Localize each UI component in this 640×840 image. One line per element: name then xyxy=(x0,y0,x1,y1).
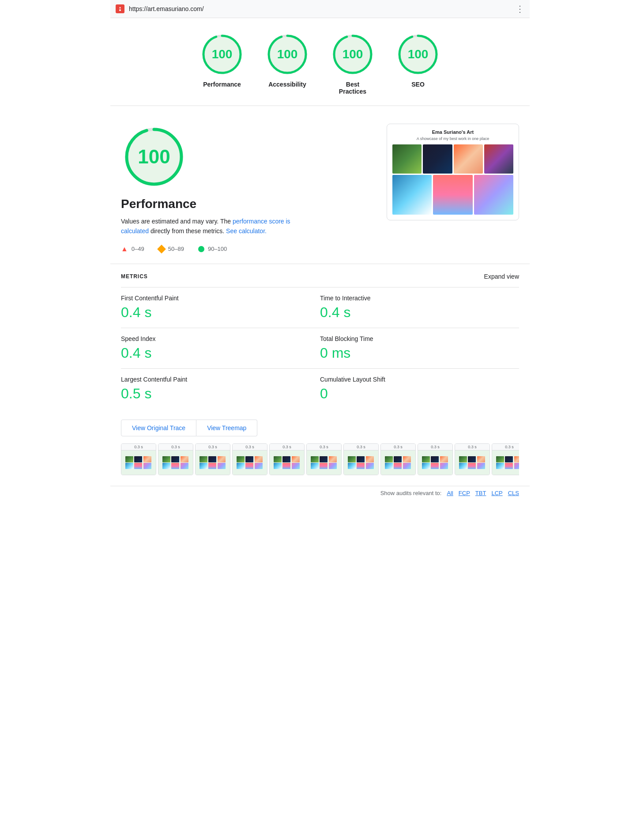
perf-title: Performance xyxy=(121,197,369,211)
legend-green-label: 90–100 xyxy=(208,246,227,252)
film-frame-label-3: 0.3 s xyxy=(196,444,230,450)
screenshot-site-title: Ema Suriano's Art xyxy=(392,129,513,135)
fmg-cell xyxy=(329,456,337,462)
film-frame-content-7 xyxy=(344,450,378,475)
fmg-cell xyxy=(274,463,282,469)
film-frame-1: 0.3 s xyxy=(121,443,156,475)
film-frame-label-1: 0.3 s xyxy=(121,444,156,450)
fmg-cell xyxy=(348,463,356,469)
fmg-cell xyxy=(162,456,170,462)
art-thumb-4 xyxy=(484,144,513,174)
metric-cell-si: Speed Index 0.4 s xyxy=(121,328,320,368)
score-value-accessibility: 100 xyxy=(277,47,298,61)
fmg-cell xyxy=(348,456,356,462)
audits-bar: Show audits relevant to: All FCP TBT LCP… xyxy=(110,486,530,500)
fmg-cell xyxy=(385,456,393,462)
film-frame-label-11: 0.3 s xyxy=(492,444,519,450)
metric-name-tti: Time to Interactive xyxy=(320,295,508,302)
view-trace-button[interactable]: View Original Trace xyxy=(121,420,196,436)
legend-red-label: 0–49 xyxy=(132,246,144,252)
film-frame-label-8: 0.3 s xyxy=(381,444,415,450)
art-grid-top xyxy=(392,144,513,174)
trace-buttons: View Original Trace View Treemap xyxy=(121,420,519,436)
fmg-cell xyxy=(477,463,485,469)
metric-value-tti: 0.4 s xyxy=(320,304,508,321)
art-thumb-2 xyxy=(423,144,452,174)
expand-view-button[interactable]: Expand view xyxy=(484,273,519,280)
browser-menu-icon[interactable]: ⋮ xyxy=(516,4,524,14)
fmg-cell xyxy=(274,456,282,462)
fmg-cell xyxy=(403,456,411,462)
film-frame-content-1 xyxy=(121,450,156,475)
film-frame-label-5: 0.3 s xyxy=(270,444,304,450)
fmg-cell xyxy=(311,463,319,469)
fmg-cell xyxy=(366,463,374,469)
fmg-cell xyxy=(514,456,519,462)
film-frame-content-3 xyxy=(196,450,230,475)
metric-name-fcp: First Contentful Paint xyxy=(121,295,302,302)
metric-value-fcp: 0.4 s xyxy=(121,304,302,321)
legend-orange-icon xyxy=(157,245,166,254)
fmg-cell xyxy=(282,463,290,469)
fmg-cell xyxy=(292,456,300,462)
fmg-cell xyxy=(394,456,402,462)
art-thumb-7 xyxy=(474,175,513,214)
legend-green-icon xyxy=(198,246,204,252)
legend-green: 90–100 xyxy=(198,246,227,252)
fmg-cell xyxy=(459,463,467,469)
fmg-cell xyxy=(385,463,393,469)
fmg-cell xyxy=(320,456,328,462)
film-frame-content-6 xyxy=(307,450,341,475)
fmg-cell xyxy=(357,456,365,462)
fmg-cell xyxy=(237,456,245,462)
metrics-header: METRICS Expand view xyxy=(121,264,519,287)
fmg-cell xyxy=(245,463,253,469)
film-frame-8: 0.3 s xyxy=(380,443,416,475)
fmg-cell xyxy=(505,463,513,469)
calculator-link[interactable]: See calculator. xyxy=(226,227,267,235)
metric-value-lcp: 0.5 s xyxy=(121,386,302,402)
film-frame-5: 0.3 s xyxy=(269,443,305,475)
fmg-cell xyxy=(255,456,263,462)
film-frame-content-4 xyxy=(233,450,267,475)
film-frame-label-10: 0.3 s xyxy=(455,444,489,450)
metric-cell-tti: Time to Interactive 0.4 s xyxy=(320,287,519,328)
fmg-cell xyxy=(200,463,207,469)
fmg-cell xyxy=(208,463,216,469)
fmg-cell xyxy=(143,463,151,469)
fmg-cell xyxy=(496,463,504,469)
fmg-cell xyxy=(200,456,207,462)
view-treemap-button[interactable]: View Treemap xyxy=(196,420,257,436)
perf-description: Values are estimated and may vary. The p… xyxy=(121,216,306,236)
fmg-cell xyxy=(431,463,439,469)
score-label-accessibility: Accessibility xyxy=(268,81,306,88)
fmg-cell xyxy=(255,463,263,469)
film-frame-2: 0.3 s xyxy=(158,443,193,475)
fmg-cell xyxy=(143,456,151,462)
metric-name-si: Speed Index xyxy=(121,335,302,342)
metrics-section: METRICS Expand view First Contentful Pai… xyxy=(110,264,530,409)
fmg-cell xyxy=(181,456,188,462)
film-frame-6: 0.3 s xyxy=(306,443,342,475)
audit-link-tbt[interactable]: TBT xyxy=(475,490,486,496)
film-frame-9: 0.3 s xyxy=(418,443,453,475)
fmg-cell xyxy=(181,463,188,469)
fmg-cell xyxy=(311,456,319,462)
fmg-cell xyxy=(125,463,133,469)
audit-link-fcp[interactable]: FCP xyxy=(459,490,470,496)
legend-orange: 50–89 xyxy=(158,246,184,252)
scores-section: 100 Performance 100 Accessibility 100 Be… xyxy=(110,18,530,106)
film-frame-content-9 xyxy=(418,450,452,475)
score-item-accessibility: 100 Accessibility xyxy=(265,32,309,95)
film-frame-content-11 xyxy=(492,450,519,475)
audit-link-cls[interactable]: CLS xyxy=(508,490,519,496)
metrics-title: METRICS xyxy=(121,273,148,280)
film-frame-3: 0.3 s xyxy=(195,443,230,475)
audit-link-all[interactable]: All xyxy=(447,490,453,496)
fmg-cell xyxy=(320,463,328,469)
art-grid-bottom xyxy=(392,175,513,214)
film-frame-content-10 xyxy=(455,450,489,475)
score-label-best-practices: BestPractices xyxy=(339,81,366,95)
metric-cell-lcp: Largest Contentful Paint 0.5 s xyxy=(121,368,320,409)
audit-link-lcp[interactable]: LCP xyxy=(491,490,502,496)
